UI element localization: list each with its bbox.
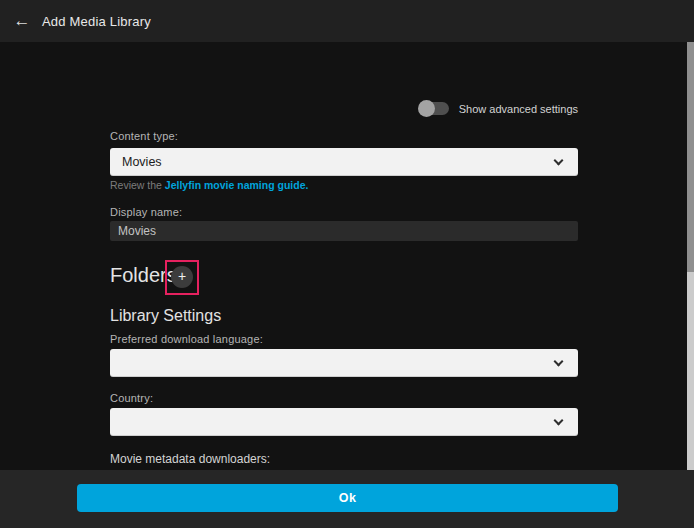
metadata-downloaders-label: Movie metadata downloaders:: [110, 452, 270, 466]
chevron-down-icon: [554, 156, 564, 166]
back-arrow-icon: ←: [14, 11, 31, 31]
display-name-input[interactable]: [110, 221, 578, 241]
dialog-content: Show advanced settings Content type: Mov…: [0, 42, 694, 470]
country-select[interactable]: [110, 408, 578, 436]
naming-guide-link[interactable]: Jellyfin movie naming guide.: [165, 179, 309, 191]
advanced-settings-label: Show advanced settings: [459, 103, 578, 115]
advanced-settings-toggle[interactable]: [419, 102, 449, 115]
content-type-select[interactable]: Movies: [110, 148, 578, 176]
top-bar: ← Add Media Library: [0, 0, 694, 42]
preferred-language-select[interactable]: [110, 349, 578, 377]
naming-guide-helper: Review the Jellyfin movie naming guide.: [110, 179, 308, 191]
preferred-language-label: Preferred download language:: [110, 333, 263, 345]
library-settings-heading: Library Settings: [110, 307, 221, 325]
toggle-knob: [418, 100, 435, 117]
click-highlight-box: [165, 260, 199, 295]
naming-guide-prefix: Review the: [110, 179, 165, 191]
ok-button[interactable]: Ok: [77, 484, 618, 512]
content-type-label: Content type:: [110, 130, 178, 142]
scrollbar-thumb[interactable]: [687, 42, 694, 272]
page-title: Add Media Library: [42, 14, 151, 29]
scrollbar-track[interactable]: [687, 42, 694, 470]
advanced-settings-row: Show advanced settings: [419, 102, 578, 115]
content-type-value: Movies: [122, 155, 555, 169]
display-name-label: Display name:: [110, 206, 182, 218]
add-media-library-dialog: ← Add Media Library Show advanced settin…: [0, 0, 694, 528]
chevron-down-icon: [554, 416, 564, 426]
dialog-footer: Ok: [0, 470, 694, 528]
back-button[interactable]: ←: [5, 4, 39, 38]
chevron-down-icon: [554, 357, 564, 367]
country-label: Country:: [110, 392, 153, 404]
